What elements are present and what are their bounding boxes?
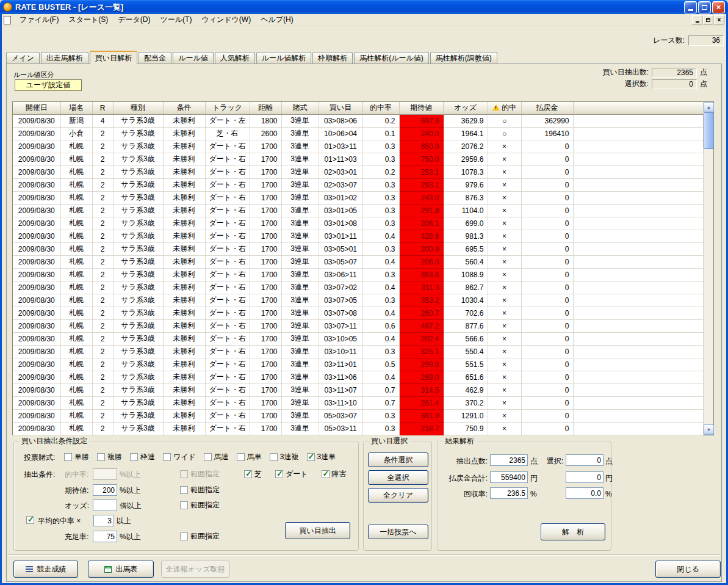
batch-vote-button[interactable]: 一括投票へ (368, 525, 428, 539)
col-header-bet-type[interactable]: 賭式 (281, 102, 319, 114)
table-row[interactable]: 2009/08/30札幌2サラ系3歳未勝利ダート・右17003連単03>10>1… (13, 345, 703, 358)
extract-picks-button[interactable]: 買い目抽出 (285, 522, 350, 539)
app-icon[interactable] (3, 2, 12, 12)
menu-item-2[interactable]: データ(D) (113, 13, 155, 26)
bet-type-3-checkbox[interactable] (163, 453, 171, 461)
col-header-class[interactable]: 種別 (113, 102, 163, 114)
tab-6[interactable]: ルール値解析 (256, 52, 312, 64)
table-row[interactable]: 2009/08/30札幌2サラ系3歳未勝利ダート・右17003連単03>06>1… (13, 268, 703, 281)
table-row[interactable]: 2009/08/30札幌2サラ系3歳未勝利ダート・右17003連単03>11>0… (13, 358, 703, 371)
table-row[interactable]: 2009/08/30札幌2サラ系3歳未勝利ダート・右17003連単05>03>0… (13, 409, 703, 422)
menu-item-3[interactable]: ツール(T) (156, 13, 197, 26)
mdi-restore-button[interactable] (703, 15, 713, 24)
odds-range-checkbox[interactable] (180, 501, 188, 509)
menu-item-5[interactable]: ヘルプ(H) (256, 13, 298, 26)
col-header-hit[interactable]: 的中 (488, 102, 521, 114)
tab-7[interactable]: 枠順解析 (312, 52, 353, 64)
table-row[interactable]: 2009/08/30新潟4サラ系3歳未勝利ダート・左18003連単03>08>0… (13, 114, 703, 127)
surface-1-checkbox[interactable] (275, 470, 283, 478)
col-header-odds[interactable]: オッズ (443, 102, 488, 114)
scroll-up-button[interactable]: ▲ (704, 102, 714, 112)
bet-type-1-checkbox[interactable] (97, 453, 105, 461)
expected-range-checkbox[interactable] (180, 486, 188, 494)
recovery-selected-field[interactable] (566, 487, 604, 499)
clear-all-button[interactable]: 全クリア (368, 488, 428, 503)
table-row[interactable]: 2009/08/30小倉2サラ系3歳未勝利芝・右26003連単10>06>040… (13, 127, 703, 140)
table-row[interactable]: 2009/08/30札幌2サラ系3歳未勝利ダート・右17003連単03>05>0… (13, 255, 703, 268)
surface-2-checkbox[interactable] (322, 470, 330, 478)
menu-item-1[interactable]: スタート(S) (63, 13, 113, 26)
sufficiency-input[interactable] (93, 531, 117, 542)
scroll-down-button[interactable]: ▼ (704, 424, 714, 435)
bet-type-7-checkbox[interactable] (307, 453, 315, 461)
table-row[interactable]: 2009/08/30札幌2サラ系3歳未勝利ダート・右17003連単02>03>0… (13, 178, 703, 191)
scrollbar-thumb[interactable] (704, 112, 714, 149)
avg-hit-rate-input[interactable] (93, 515, 114, 526)
mdi-document-icon[interactable] (4, 16, 11, 24)
col-header-condition[interactable]: 条件 (163, 102, 205, 114)
col-header-hit-rate[interactable]: 的中率 (362, 102, 399, 114)
select-all-button[interactable]: 全選択 (368, 470, 428, 485)
table-row[interactable]: 2009/08/30札幌2サラ系3歳未勝利ダート・右17003連単01>03>1… (13, 140, 703, 153)
table-row[interactable]: 2009/08/30札幌2サラ系3歳未勝利ダート・右17003連単03>07>1… (13, 319, 703, 332)
col-header-race-no[interactable]: R (92, 102, 113, 114)
user-setting-value-button[interactable]: ユーザ設定値 (15, 79, 82, 91)
col-header-date[interactable]: 開催日 (13, 102, 60, 114)
table-row[interactable]: 2009/08/30札幌2サラ系3歳未勝利ダート・右17003連単03>07>0… (13, 281, 703, 294)
tab-2[interactable]: 買い目解析 (90, 51, 137, 64)
tab-5[interactable]: 人気解析 (215, 52, 255, 64)
mdi-close-button[interactable]: × (714, 15, 724, 24)
bet-type-5-checkbox[interactable] (237, 453, 245, 461)
col-header-expected[interactable]: 期待値 (399, 102, 443, 114)
table-row[interactable]: 2009/08/30札幌2サラ系3歳未勝利ダート・右17003連単02>03>0… (13, 165, 703, 178)
odds-input[interactable] (93, 500, 117, 511)
surface-0-checkbox[interactable] (244, 470, 252, 478)
vertical-scrollbar[interactable]: ▲ ▼ (703, 102, 713, 435)
tab-0[interactable]: メイン (6, 52, 40, 64)
selected-points-field[interactable] (566, 454, 604, 466)
col-header-payout[interactable]: 払戻金 (521, 102, 573, 114)
payout-total-field[interactable] (490, 471, 528, 483)
menu-item-4[interactable]: ウィンドウ(W) (196, 13, 256, 26)
table-row[interactable]: 2009/08/30札幌2サラ系3歳未勝利ダート・右17003連単03>07>0… (13, 307, 703, 319)
menu-item-0[interactable]: ファイル(F) (15, 13, 63, 26)
bet-type-6-checkbox[interactable] (270, 453, 278, 461)
bet-type-0-checkbox[interactable] (64, 453, 72, 461)
col-header-place[interactable]: 場名 (60, 102, 92, 114)
tab-4[interactable]: ルール値 (173, 52, 214, 64)
tab-9[interactable]: 馬柱解析(調教値) (430, 52, 497, 64)
recovery-rate-field[interactable] (490, 487, 528, 499)
table-row[interactable]: 2009/08/30札幌2サラ系3歳未勝利ダート・右17003連単05>03>1… (13, 422, 703, 435)
table-row[interactable]: 2009/08/30札幌2サラ系3歳未勝利ダート・右17003連単03>01>0… (13, 217, 703, 230)
col-header-track[interactable]: トラック (205, 102, 250, 114)
payout-selected-field[interactable] (566, 471, 604, 483)
table-row[interactable]: 2009/08/30札幌2サラ系3歳未勝利ダート・右17003連単03>05>0… (13, 242, 703, 255)
table-row[interactable]: 2009/08/30札幌2サラ系3歳未勝利ダート・右17003連単03>07>0… (13, 294, 703, 307)
table-row[interactable]: 2009/08/30札幌2サラ系3歳未勝利ダート・右17003連単03>01>1… (13, 230, 703, 242)
mdi-minimize-button[interactable] (692, 15, 702, 24)
table-row[interactable]: 2009/08/30札幌2サラ系3歳未勝利ダート・右17003連単03>01>0… (13, 204, 703, 217)
hit-rate-input[interactable] (93, 468, 117, 480)
bet-type-4-checkbox[interactable] (204, 453, 212, 461)
expected-input[interactable] (93, 484, 117, 496)
col-header-distance[interactable]: 距離 (250, 102, 281, 114)
hit-rate-range-checkbox[interactable] (180, 470, 188, 478)
table-row[interactable]: 2009/08/30札幌2サラ系3歳未勝利ダート・右17003連単03>11>1… (13, 396, 703, 409)
close-button[interactable]: × (712, 1, 725, 13)
restore-button[interactable] (698, 1, 711, 13)
minimize-button[interactable] (684, 1, 697, 13)
condition-select-button[interactable]: 条件選択 (368, 452, 428, 467)
bet-type-2-checkbox[interactable] (130, 453, 138, 461)
col-header-pick[interactable]: 買い目 (319, 102, 362, 114)
avg-hit-rate-checkbox[interactable] (26, 516, 34, 524)
tab-3[interactable]: 配当金 (139, 52, 171, 64)
extracted-points-field[interactable] (490, 454, 528, 466)
tab-8[interactable]: 馬柱解析(ルール値) (354, 52, 429, 64)
tab-1[interactable]: 出走馬解析 (41, 52, 88, 64)
table-row[interactable]: 2009/08/30札幌2サラ系3歳未勝利ダート・右17003連単01>11>0… (13, 153, 703, 165)
table-row[interactable]: 2009/08/30札幌2サラ系3歳未勝利ダート・右17003連単03>11>0… (13, 371, 703, 383)
analyze-button[interactable]: 解 析 (541, 523, 605, 540)
table-row[interactable]: 2009/08/30札幌2サラ系3歳未勝利ダート・右17003連単03>11>0… (13, 383, 703, 396)
table-row[interactable]: 2009/08/30札幌2サラ系3歳未勝利ダート・右17003連単03>01>0… (13, 191, 703, 204)
table-row[interactable]: 2009/08/30札幌2サラ系3歳未勝利ダート・右17003連単03>10>0… (13, 332, 703, 345)
